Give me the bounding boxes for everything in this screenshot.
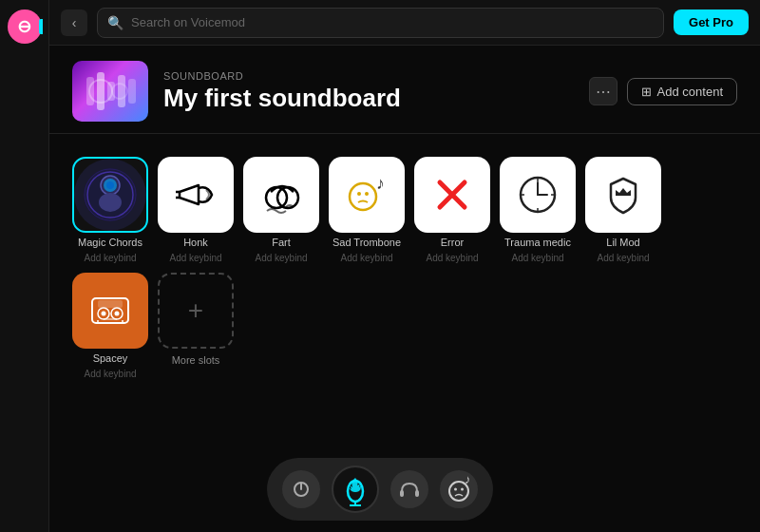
honk-art [172,171,219,218]
fart-art [257,171,305,218]
sad-sound-icon: ♪ [442,472,476,506]
sound-item-honk[interactable]: Honk Add keybind [158,157,234,263]
svg-text:♪: ♪ [465,472,471,486]
search-placeholder-text: Search on Voicemod [131,15,245,29]
main-content: ‹ 🔍 Search on Voicemod Get Pro [49,0,760,532]
sound-icon-spacey [72,273,148,349]
add-content-icon: ⊞ [641,85,652,99]
sound-item-lil-mod[interactable]: Lil Mod Add keybind [585,157,661,263]
more-slots-item[interactable]: + More slots [158,273,234,366]
microphone-active-icon [342,472,369,506]
sidebar-logo[interactable]: ⊖ [8,10,42,44]
svg-point-20 [365,192,369,196]
soundboard-category-label: SOUNDBOARD [163,70,574,82]
svg-point-19 [357,192,361,196]
sound-icon-sad-trombone: ♪ [329,157,405,233]
sound-icon-trauma-medic [500,157,576,233]
trauma-medic-art [514,171,561,218]
microphone-active-button[interactable] [332,466,379,513]
logo-icon: ⊖ [17,16,31,37]
sound-icon-fart [243,157,319,233]
more-slots-label: More slots [172,354,220,366]
sound-item-error[interactable]: Error Add keybind [414,157,490,263]
sound-keybind-error[interactable]: Add keybind [426,253,478,263]
sound-name-lil-mod: Lil Mod [606,237,639,249]
back-button[interactable]: ‹ [61,10,87,36]
svg-point-9 [99,193,122,212]
soundboard-info: SOUNDBOARD My first soundboard [163,70,574,113]
sound-name-fart: Fart [272,237,291,249]
lil-mod-art [599,171,647,218]
headphone-button[interactable] [390,470,428,508]
sound-icon-magic-chords [72,157,148,233]
sounds-grid: Magic Chords Add keybind Honk [72,157,737,379]
search-icon: 🔍 [107,15,124,30]
svg-rect-4 [128,79,136,104]
sound-icon-honk [158,157,234,233]
svg-rect-3 [118,75,125,107]
sidebar: ⊖ [0,0,49,532]
soundboard-thumbnail [72,61,148,122]
topbar: ‹ 🔍 Search on Voicemod Get Pro [49,0,760,46]
magic-chords-art [82,166,139,223]
sad-sound-button[interactable]: ♪ [440,470,478,508]
error-art [428,171,476,218]
sound-name-error: Error [441,237,464,249]
sound-item-sad-trombone[interactable]: ♪ Sad Trombone Add keybind [329,157,405,263]
sound-name-magic-chords: Magic Chords [78,237,142,249]
svg-point-11 [106,181,114,189]
sound-item-trauma-medic[interactable]: Trauma medic Add keybind [500,157,576,263]
add-content-button[interactable]: ⊞ Add content [627,78,737,105]
search-bar[interactable]: 🔍 Search on Voicemod [97,8,664,38]
sound-item-spacey[interactable]: Spacey Add keybind [72,273,148,379]
get-pro-button[interactable]: Get Pro [674,10,749,35]
bottom-bar: ♪ [267,458,493,521]
svg-text:♪: ♪ [376,174,385,193]
svg-rect-44 [415,490,419,497]
spacey-art [86,287,134,334]
sad-trombone-art: ♪ [340,168,393,221]
sound-icon-lil-mod [585,157,661,233]
svg-rect-1 [97,72,104,110]
power-button[interactable] [282,470,320,508]
svg-rect-43 [400,490,404,497]
svg-point-18 [350,183,376,210]
soundboard-more-options-button[interactable]: ⋯ [589,77,618,105]
add-content-label: Add content [657,85,723,99]
soundboard-title: My first soundboard [163,84,574,113]
sound-keybind-trauma-medic[interactable]: Add keybind [511,253,563,263]
sound-keybind-magic-chords[interactable]: Add keybind [84,253,136,263]
svg-point-46 [454,488,457,491]
sound-keybind-sad-trombone[interactable]: Add keybind [340,253,392,263]
svg-point-47 [461,488,464,491]
sound-keybind-fart[interactable]: Add keybind [255,253,307,263]
soundboard-actions: ⋯ ⊞ Add content [589,77,737,105]
headphone-icon [399,480,420,499]
power-icon [292,480,311,499]
svg-point-35 [115,312,120,316]
sound-icon-error [414,157,490,233]
sound-keybind-spacey[interactable]: Add keybind [84,369,136,379]
more-slots-box: + [158,273,234,349]
sound-name-sad-trombone: Sad Trombone [332,237,401,249]
thumbnail-art [82,67,139,115]
sound-item-fart[interactable]: Fart Add keybind [243,157,319,263]
soundboard-header: SOUNDBOARD My first soundboard ⋯ ⊞ Add c… [49,46,760,134]
sound-name-trauma-medic: Trauma medic [504,237,571,249]
sound-item-magic-chords[interactable]: Magic Chords Add keybind [72,157,148,263]
sound-name-spacey: Spacey [93,352,128,365]
sound-keybind-lil-mod[interactable]: Add keybind [597,253,649,263]
sound-keybind-honk[interactable]: Add keybind [169,253,221,263]
sound-name-honk: Honk [183,237,208,249]
svg-point-34 [102,312,106,316]
svg-rect-37 [98,300,123,308]
